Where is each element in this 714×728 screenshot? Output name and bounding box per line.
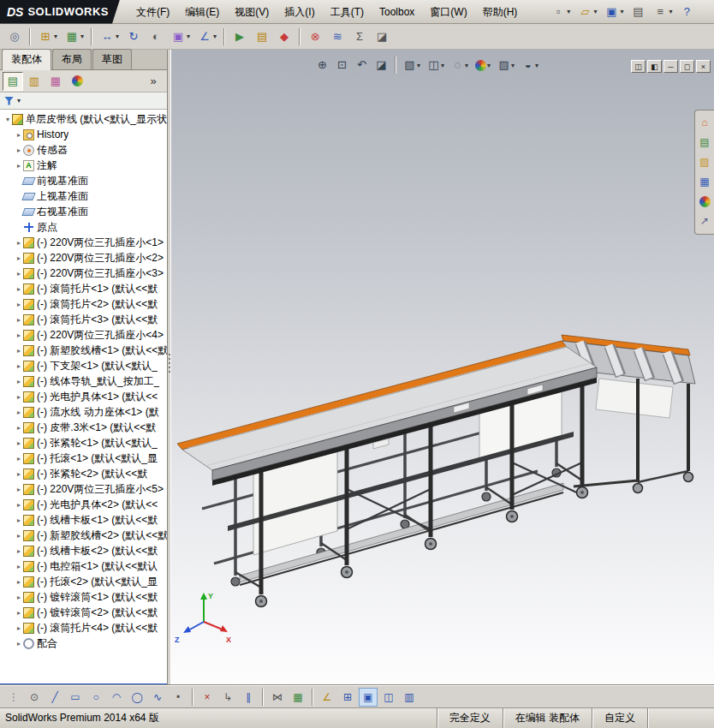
tab-assembly[interactable]: 装配体	[2, 49, 51, 70]
property-manager-tab-button[interactable]: ▥	[24, 72, 45, 91]
expander-icon[interactable]: ▸	[15, 640, 23, 647]
expander-icon[interactable]: ▸	[15, 532, 23, 540]
circle-button[interactable]: ○	[86, 688, 105, 707]
move-component-button[interactable]: ↔▾	[97, 27, 122, 47]
expander-icon[interactable]: ▾	[3, 116, 12, 123]
tree-item[interactable]: ▸(-) 线体导轨_默认_按加工_	[0, 373, 167, 389]
tree-item[interactable]: ▸(-) 滚筒托片<4> (默认<<默	[0, 620, 167, 636]
rotate-component-button[interactable]: ↻	[123, 27, 144, 47]
zoom-area-button[interactable]: ⊡	[333, 57, 351, 74]
save-document-button[interactable]: ▣▾	[601, 2, 626, 22]
expander-icon[interactable]: ▸	[15, 301, 23, 308]
new-document-button[interactable]: ▫▾	[548, 2, 573, 22]
angle-snap-button[interactable]: ∠	[318, 688, 336, 707]
linear-sketch-pattern-button[interactable]: ▦	[289, 688, 307, 707]
tree-item[interactable]: 前视基准面	[0, 173, 167, 188]
expander-icon[interactable]: ▸	[15, 486, 23, 493]
mate-button[interactable]: ◎	[4, 27, 25, 47]
expander-icon[interactable]: ▸	[15, 347, 23, 355]
tree-item[interactable]: ▸(-) 220V两位三孔插座小<1>	[0, 235, 167, 250]
design-library-button[interactable]: ▤	[697, 134, 713, 151]
tab-sketch[interactable]: 草图	[92, 49, 132, 69]
menu-item[interactable]: 文件(F)	[128, 0, 177, 24]
expander-icon[interactable]: ▸	[15, 516, 23, 524]
file-explorer-button[interactable]: ▨	[697, 154, 713, 170]
expander-icon[interactable]: ▸	[15, 378, 23, 385]
expander-icon[interactable]: ▸	[15, 254, 23, 262]
tree-item[interactable]: ▸History	[0, 127, 167, 142]
reference-geometry-button[interactable]: ∠▾	[194, 27, 219, 47]
tree-item[interactable]: ▸(-) 镀锌滚筒<1> (默认<<默	[0, 589, 167, 605]
menu-item[interactable]: 编辑(E)	[177, 0, 227, 24]
mirror-entities-button[interactable]: ⋈	[268, 688, 287, 707]
sketch-table-button[interactable]: ▥	[400, 688, 419, 707]
new-motion-study-button[interactable]: ▶	[229, 27, 250, 47]
tree-item[interactable]: ▸(-) 光电护具体<2> (默认<<	[0, 497, 167, 512]
expander-icon[interactable]: ▸	[15, 409, 23, 416]
assembly-features-button[interactable]: ▣▾	[168, 27, 193, 47]
expander-icon[interactable]: ▸	[15, 362, 23, 370]
centerpoint-arc-button[interactable]: ◠	[107, 688, 126, 707]
display-style-button[interactable]: ◫▾	[425, 57, 447, 74]
configuration-manager-tab-button[interactable]: ▦	[45, 72, 66, 91]
view-orientation-button[interactable]: ▧▾	[401, 57, 423, 74]
tree-item[interactable]: ▾单层皮带线 (默认<默认_显示状	[0, 111, 167, 127]
tree-item[interactable]: ▸(-) 流水线 动力座体<1> (默	[0, 404, 167, 420]
graphics-area[interactable]: Y X Z	[171, 50, 714, 685]
tree-item[interactable]: ▸(-) 滚筒托片<1> (默认<<默	[0, 281, 167, 296]
expander-icon[interactable]: ▸	[15, 578, 23, 586]
graphics-viewport[interactable]: Y X Z ⊕⊡↶◪▧▾◫▾◌▾▾▨▾◒▾ ◫◧─◻× ⌂▤▨▦↗	[171, 50, 714, 685]
solidworks-resources-button[interactable]: ⌂	[697, 115, 713, 131]
tree-filter[interactable]: ▾	[0, 92, 167, 110]
window-menu-button[interactable]: ◫	[631, 60, 646, 73]
tree-item[interactable]: ▸传感器	[0, 142, 167, 158]
tree-item[interactable]: ▸(-) 托滚<2> (默认<默认_显	[0, 574, 167, 589]
tree-item[interactable]: ▸(-) 托滚<1> (默认<默认_显	[0, 451, 167, 466]
tree-item[interactable]: ▸配合	[0, 636, 167, 651]
expander-icon[interactable]: ▸	[15, 455, 23, 462]
expander-icon[interactable]: ▸	[15, 239, 23, 247]
menu-item[interactable]: 帮助(H)	[475, 0, 526, 24]
section-properties-button[interactable]: ◪	[372, 27, 392, 47]
minimize-window-button[interactable]: ─	[663, 60, 678, 73]
expander-icon[interactable]: ▸	[15, 624, 23, 632]
menu-item[interactable]: 插入(I)	[277, 0, 322, 24]
section-view-button[interactable]: ◪	[372, 57, 390, 74]
display-manager-tab-button[interactable]	[67, 72, 87, 91]
shaded-sketch-contours-button[interactable]: ▣	[359, 688, 378, 707]
trim-entities-button[interactable]: ×	[198, 688, 217, 707]
expander-icon[interactable]: ▸	[15, 393, 23, 401]
offset-entities-button[interactable]: ∥	[239, 688, 258, 707]
previous-view-button[interactable]: ↶	[353, 57, 371, 74]
tab-layout[interactable]: 布局	[52, 49, 92, 69]
expander-icon[interactable]: ▸	[15, 501, 23, 509]
tree-item[interactable]: 原点	[0, 219, 167, 235]
zoom-fit-button[interactable]: ⊕	[313, 57, 331, 74]
expander-icon[interactable]: ▸	[15, 563, 23, 570]
apply-scene-button[interactable]: ▨▾	[495, 57, 517, 74]
expander-icon[interactable]: ▸	[15, 316, 23, 324]
expander-icon[interactable]: ▸	[15, 146, 23, 154]
view-settings-button[interactable]: ◒▾	[519, 57, 541, 74]
expander-icon[interactable]: ▸	[15, 331, 23, 339]
help-button[interactable]: ?	[676, 2, 697, 22]
options-button[interactable]: ≡▾	[650, 2, 675, 22]
tree-item[interactable]: ▸(-) 220V两位三孔插座小<3>	[0, 266, 167, 281]
tree-item[interactable]: ▸(-) 新塑胶线槽<2> (默认<<默	[0, 528, 167, 543]
expander-icon[interactable]: ▸	[15, 285, 23, 293]
bill-of-materials-button[interactable]: ▤	[252, 27, 272, 47]
line-button[interactable]: ╱	[45, 688, 64, 707]
exploded-view-button[interactable]: ◆	[274, 27, 295, 47]
expander-icon[interactable]: ▸	[15, 424, 23, 432]
tree-item[interactable]: ▸(-) 滚筒托片<2> (默认<<默	[0, 296, 167, 312]
tree-item[interactable]: ▸(-) 下支架<1> (默认<默认_	[0, 358, 167, 373]
tree-item[interactable]: ▸(-) 皮带.3米<1> (默认<<默	[0, 420, 167, 435]
expander-icon[interactable]: ▸	[15, 270, 23, 277]
print-document-button[interactable]: ▤	[628, 2, 648, 22]
expander-icon[interactable]: ▸	[15, 131, 23, 139]
linear-component-pattern-button[interactable]: ▦▾	[62, 27, 86, 47]
expander-icon[interactable]: ▸	[15, 439, 23, 447]
insert-component-button[interactable]: ⊞▾	[35, 27, 60, 47]
expander-icon[interactable]: ▸	[15, 609, 23, 617]
tree-item[interactable]: ▸(-) 新塑胶线槽<1> (默认<<默	[0, 343, 167, 358]
